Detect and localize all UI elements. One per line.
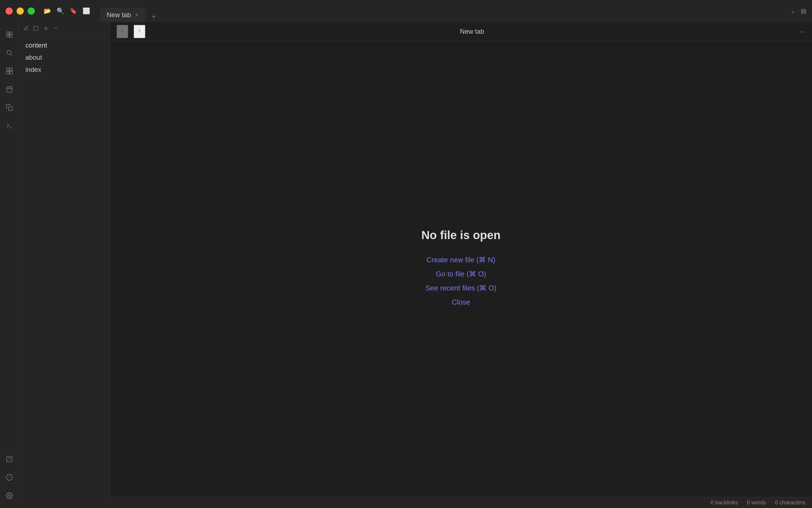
- no-file-title: No file is open: [421, 228, 500, 242]
- dropdown-icon[interactable]: ⌄: [790, 7, 795, 15]
- active-tab[interactable]: New tab ×: [100, 8, 146, 22]
- svg-rect-10: [8, 107, 12, 111]
- new-folder-icon[interactable]: [33, 26, 39, 32]
- minimize-button[interactable]: [16, 7, 24, 15]
- svg-rect-9: [7, 87, 12, 92]
- settings-activity-icon[interactable]: [2, 489, 16, 503]
- files-activity-icon[interactable]: [2, 28, 16, 41]
- status-bar: 0 backlinks 0 words 0 characters: [110, 497, 812, 508]
- search-activity-icon[interactable]: [2, 46, 16, 60]
- sidebar-file-list: content about index: [19, 36, 110, 508]
- terminal-activity-icon[interactable]: [2, 119, 16, 133]
- svg-rect-6: [10, 68, 12, 71]
- file-explorer-icon[interactable]: 📂: [44, 7, 51, 15]
- search-titlebar-icon[interactable]: 🔍: [57, 7, 64, 15]
- titlebar-left-icons: 📂 🔍 🔖 ⬜: [44, 7, 90, 15]
- sidebar-item-content[interactable]: content: [19, 39, 110, 51]
- svg-rect-7: [6, 71, 9, 74]
- sort-icon[interactable]: [43, 26, 49, 32]
- traffic-lights: [5, 7, 35, 15]
- editor-title: New tab: [151, 28, 794, 35]
- svg-point-4: [7, 50, 11, 54]
- main-layout: content about index New tab ··· No file …: [0, 22, 812, 508]
- help-square-activity-icon[interactable]: [2, 452, 16, 466]
- about-label: about: [26, 54, 42, 61]
- words-status: 0 words: [747, 499, 766, 506]
- new-file-icon[interactable]: [23, 26, 29, 32]
- svg-rect-2: [7, 35, 9, 37]
- svg-point-17: [8, 495, 10, 497]
- info-activity-icon[interactable]: [2, 470, 16, 484]
- copy-activity-icon[interactable]: [2, 100, 16, 115]
- close-button[interactable]: [5, 7, 13, 15]
- editor-area: New tab ··· No file is open Create new f…: [110, 22, 812, 508]
- sidebar-toolbar: [19, 22, 110, 36]
- back-button[interactable]: [116, 25, 128, 38]
- layout-icon[interactable]: ▤: [801, 7, 807, 15]
- activity-bar-bottom: [2, 451, 16, 504]
- tabs-area: New tab × +: [100, 0, 786, 22]
- calendar-activity-icon[interactable]: [2, 82, 16, 96]
- svg-rect-0: [7, 32, 9, 34]
- characters-status: 0 characters: [775, 499, 805, 506]
- titlebar: 📂 🔍 🔖 ⬜ New tab × + ⌄ ▤: [0, 0, 812, 22]
- svg-rect-8: [10, 71, 12, 74]
- svg-rect-3: [10, 35, 12, 37]
- editor-menu-button[interactable]: ···: [799, 27, 805, 36]
- activity-bar: [0, 22, 19, 508]
- tab-close-button[interactable]: ×: [134, 12, 140, 18]
- sidebar: content about index: [19, 22, 110, 508]
- bookmark-icon[interactable]: 🔖: [69, 7, 77, 15]
- collapse-icon[interactable]: [53, 26, 58, 32]
- extensions-activity-icon[interactable]: [2, 64, 16, 78]
- folder-label: content: [26, 41, 47, 49]
- editor-toolbar: New tab ···: [110, 22, 812, 41]
- tab-label: New tab: [107, 11, 131, 19]
- close-link[interactable]: Close: [452, 295, 470, 309]
- svg-rect-12: [7, 456, 12, 462]
- backlinks-status: 0 backlinks: [711, 499, 738, 506]
- go-to-file-link[interactable]: Go to file (⌘ O): [436, 267, 486, 281]
- sidebar-toggle-icon[interactable]: ⬜: [83, 7, 90, 15]
- new-tab-button[interactable]: +: [148, 11, 159, 22]
- forward-button[interactable]: [134, 25, 145, 38]
- editor-main: No file is open Create new file (⌘ N) Go…: [110, 41, 812, 497]
- titlebar-right: ⌄ ▤: [790, 7, 807, 15]
- sidebar-item-index[interactable]: index: [19, 64, 110, 76]
- index-label: index: [26, 66, 41, 74]
- svg-rect-5: [6, 68, 9, 71]
- create-new-file-link[interactable]: Create new file (⌘ N): [426, 253, 495, 267]
- svg-rect-1: [10, 32, 12, 34]
- sidebar-item-about[interactable]: about: [19, 51, 110, 64]
- recent-files-link[interactable]: See recent files (⌘ O): [425, 281, 496, 295]
- maximize-button[interactable]: [28, 7, 35, 15]
